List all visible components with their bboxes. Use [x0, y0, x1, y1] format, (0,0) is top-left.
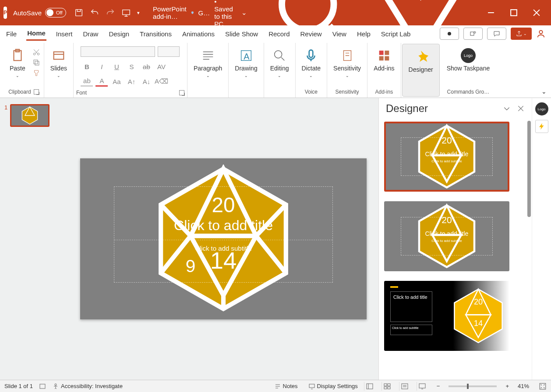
zoom-in-button[interactable]: +: [505, 383, 509, 389]
display-settings-button[interactable]: Display Settings: [308, 383, 358, 390]
toggle-text: Off: [56, 10, 62, 15]
grow-font-button[interactable]: A↑: [125, 76, 138, 87]
thumbnail-preview[interactable]: [10, 104, 49, 127]
tab-transitions[interactable]: Transitions: [139, 28, 173, 40]
font-name-select[interactable]: [81, 46, 155, 57]
close-button[interactable]: [532, 8, 541, 18]
autosave-label: AutoSave: [13, 9, 42, 17]
tab-slideshow[interactable]: Slide Show: [224, 28, 259, 40]
dictate-button[interactable]: Dictate⌄: [298, 46, 325, 80]
comments-button[interactable]: [487, 28, 506, 40]
account-icon[interactable]: [536, 29, 546, 38]
reading-view-button[interactable]: [399, 382, 410, 391]
cut-icon[interactable]: [32, 48, 41, 56]
autosave-toggle[interactable]: AutoSave Off: [13, 8, 66, 18]
slide-canvas-area[interactable]: 20 14 6 Click to add title Click to add …: [68, 98, 378, 380]
designer-card-3[interactable]: Click to add title Click to add subtitle…: [384, 281, 509, 351]
slide-indicator[interactable]: Slide 1 of 1: [4, 383, 33, 389]
tab-insert[interactable]: Insert: [55, 28, 74, 40]
addins-button[interactable]: Add-ins: [370, 46, 398, 74]
tab-animations[interactable]: Animations: [181, 28, 215, 40]
tab-view[interactable]: View: [332, 28, 347, 40]
accessibility-status[interactable]: Accessibility: Investigate: [52, 383, 123, 390]
collapse-ribbon-icon[interactable]: ⌄: [541, 88, 547, 95]
svg-rect-64: [402, 384, 408, 389]
sorter-view-button[interactable]: [381, 382, 393, 391]
editing-button[interactable]: Editing⌄: [267, 46, 293, 80]
title-placeholder[interactable]: Click to add title: [174, 217, 273, 234]
format-painter-icon[interactable]: [32, 69, 41, 77]
zoom-level[interactable]: 41%: [518, 383, 529, 389]
chevron-down-icon: ⌄: [16, 74, 19, 78]
tab-review[interactable]: Review: [300, 28, 323, 40]
tab-file[interactable]: File: [5, 28, 18, 40]
tab-record[interactable]: Record: [268, 28, 290, 40]
thumbnail-pane[interactable]: 1: [0, 98, 68, 380]
designer-card-1[interactable]: 20 Click to add title Click to add subti…: [384, 122, 509, 192]
change-case-button[interactable]: Aa: [110, 76, 123, 87]
tab-scriptlab[interactable]: Script Lab: [380, 28, 412, 40]
maximize-button[interactable]: [509, 8, 519, 18]
designer-suggestions-list[interactable]: 20 Click to add title Click to add subti…: [379, 119, 532, 380]
tab-design[interactable]: Design: [108, 28, 130, 40]
toggle-switch[interactable]: Off: [45, 8, 66, 18]
copy-icon[interactable]: [32, 59, 41, 66]
svg-text:14: 14: [474, 319, 483, 328]
clear-format-button[interactable]: A⌫: [155, 76, 167, 87]
logo-chip[interactable]: Logo: [535, 102, 548, 116]
shrink-font-button[interactable]: A↓: [140, 76, 152, 87]
saved-status[interactable]: • Saved to this PC: [214, 0, 237, 28]
spacing-button[interactable]: AV: [155, 61, 167, 72]
designer-bolt-button[interactable]: [535, 120, 548, 133]
sensitivity-button[interactable]: Sensitivity⌄: [330, 46, 364, 80]
language-icon[interactable]: [39, 383, 46, 390]
font-size-select[interactable]: [158, 46, 180, 57]
tab-help[interactable]: Help: [356, 28, 371, 40]
thumbnail-number: 1: [4, 104, 7, 111]
saved-dropdown-icon[interactable]: ⌄: [241, 9, 247, 17]
bold-button[interactable]: B: [81, 61, 93, 72]
paragraph-button[interactable]: Paragraph⌄: [190, 46, 226, 80]
normal-view-button[interactable]: [364, 382, 375, 391]
font-color-button[interactable]: A: [95, 76, 108, 87]
designer-button[interactable]: Designer: [405, 48, 437, 75]
teams-button[interactable]: [463, 28, 483, 40]
ribbon-tabs: File Home Insert Draw Design Transitions…: [0, 25, 551, 42]
strike-button[interactable]: ab: [140, 61, 152, 72]
undo-icon[interactable]: [90, 8, 99, 18]
highlight-button[interactable]: ab: [81, 76, 93, 87]
clipboard-dialog-launcher[interactable]: [34, 89, 39, 94]
notes-button[interactable]: Notes: [274, 383, 298, 390]
save-icon[interactable]: [74, 8, 84, 18]
subtitle-placeholder[interactable]: Click to add subtitle: [195, 245, 252, 252]
thumbnail-item[interactable]: 1: [4, 104, 64, 127]
slide[interactable]: 20 14 6 Click to add title Click to add …: [80, 158, 367, 319]
scrollbar[interactable]: [527, 121, 531, 217]
redo-icon[interactable]: [106, 8, 115, 18]
title-placeholder-box[interactable]: Click to add title Click to add subtitle: [114, 186, 333, 283]
share-button[interactable]: ⌄: [511, 28, 532, 40]
tab-draw[interactable]: Draw: [82, 28, 99, 40]
paste-button[interactable]: Paste ⌄: [6, 46, 29, 80]
designer-card-2[interactable]: 20 Click to add title Click to add subti…: [384, 201, 509, 271]
italic-button[interactable]: I: [95, 61, 108, 72]
tab-home[interactable]: Home: [26, 27, 46, 41]
slideshow-view-button[interactable]: [417, 382, 428, 391]
close-icon[interactable]: [517, 105, 525, 112]
shadow-button[interactable]: S: [125, 61, 138, 72]
zoom-slider[interactable]: [449, 385, 497, 387]
chevron-down-icon[interactable]: [503, 105, 511, 112]
document-name[interactable]: PowerPoint add-in…: [153, 5, 187, 20]
svg-point-2: [282, 0, 334, 30]
qa-overflow-icon[interactable]: ▾: [137, 10, 140, 16]
present-icon[interactable]: [121, 8, 131, 18]
show-taskpane-button[interactable]: Logo Show Taskpane: [443, 46, 494, 74]
minimize-button[interactable]: [486, 8, 496, 18]
drawing-button[interactable]: A Drawing⌄: [231, 46, 261, 80]
record-button[interactable]: [440, 28, 459, 40]
font-dialog-launcher[interactable]: [179, 90, 184, 95]
underline-button[interactable]: U: [110, 61, 123, 72]
fit-window-icon[interactable]: [539, 382, 547, 390]
zoom-out-button[interactable]: −: [437, 383, 440, 389]
slides-button[interactable]: Slides ⌄: [47, 46, 71, 80]
